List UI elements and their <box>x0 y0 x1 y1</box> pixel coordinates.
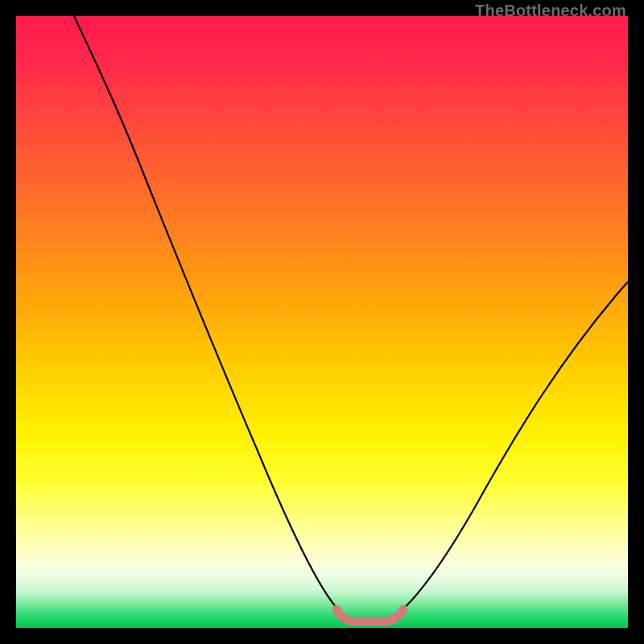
bottleneck-curve-right <box>398 282 628 613</box>
chart-plot-area <box>16 16 628 628</box>
watermark-text: TheBottleneck.com <box>475 2 626 20</box>
optimal-range-marker <box>336 609 403 621</box>
chart-frame: TheBottleneck.com <box>0 0 644 644</box>
chart-svg <box>16 16 628 628</box>
bottleneck-curve-left <box>74 16 342 613</box>
